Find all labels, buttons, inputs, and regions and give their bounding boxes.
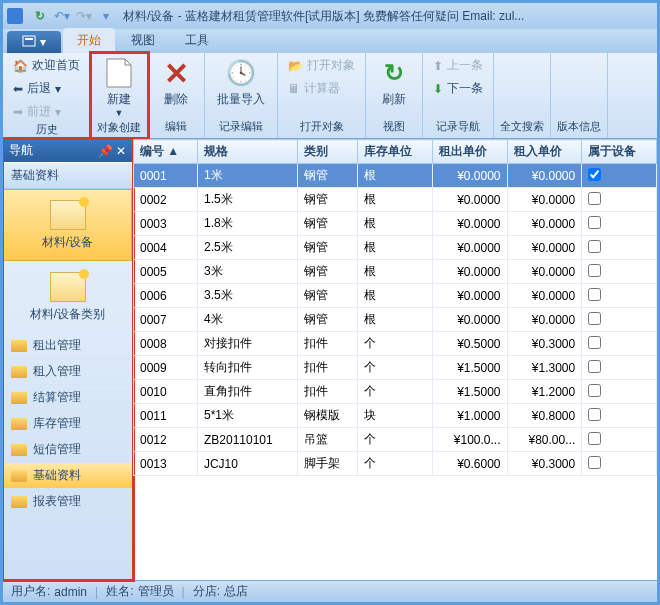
equip-checkbox[interactable] [588, 192, 601, 205]
equip-checkbox[interactable] [588, 240, 601, 253]
nav-material-category[interactable]: 材料/设备类别 [3, 261, 132, 333]
table-row[interactable]: 00031.8米钢管根¥0.0000¥0.0000 [134, 212, 657, 236]
nav-item-6[interactable]: 报表管理 [3, 489, 132, 515]
folder-icon [11, 366, 27, 378]
app-icon [7, 8, 23, 24]
equip-checkbox[interactable] [588, 288, 601, 301]
category-icon [50, 272, 86, 302]
table-row[interactable]: 0010直角扣件扣件个¥1.5000¥1.2000 [134, 380, 657, 404]
group-version: 版本信息 [551, 53, 608, 138]
nav-header: 导航 📌 ✕ [3, 139, 132, 162]
table-row[interactable]: 00115*1米钢模版块¥1.0000¥0.8000 [134, 404, 657, 428]
equip-checkbox[interactable] [588, 264, 601, 277]
tab-tools[interactable]: 工具 [171, 28, 223, 53]
table-row[interactable]: 0013JCJ10脚手架个¥0.6000¥0.3000 [134, 452, 657, 476]
table-row[interactable]: 00021.5米钢管根¥0.0000¥0.0000 [134, 188, 657, 212]
nav-item-3[interactable]: 库存管理 [3, 411, 132, 437]
col-header[interactable]: 属于设备 [582, 140, 657, 164]
back-button[interactable]: ⬅ 后退 ▾ [9, 78, 84, 99]
equip-checkbox[interactable] [588, 216, 601, 229]
table-row[interactable]: 00074米钢管根¥0.0000¥0.0000 [134, 308, 657, 332]
table-row[interactable]: 0009转向扣件扣件个¥1.5000¥1.3000 [134, 356, 657, 380]
group-edit: ✕ 删除 编辑 [148, 53, 205, 138]
col-header[interactable]: 租出单价 [432, 140, 507, 164]
data-grid[interactable]: 编号 ▲规格类别库存单位租出单价租入单价属于设备 00011米钢管根¥0.000… [133, 139, 657, 580]
status-bar: 用户名: admin | 姓名: 管理员 | 分店: 总店 [3, 580, 657, 602]
folder-icon [11, 444, 27, 456]
refresh-icon: ↻ [378, 57, 410, 89]
qat-refresh-icon[interactable]: ↻ [31, 7, 49, 25]
table-row[interactable]: 0008对接扣件扣件个¥0.5000¥0.3000 [134, 332, 657, 356]
svg-rect-0 [23, 36, 35, 46]
new-icon [103, 57, 135, 89]
table-row[interactable]: 00063.5米钢管根¥0.0000¥0.0000 [134, 284, 657, 308]
table-row[interactable]: 00011米钢管根¥0.0000¥0.0000 [134, 164, 657, 188]
nav-item-0[interactable]: 租出管理 [3, 333, 132, 359]
open-object-button[interactable]: 📂 打开对象 [284, 55, 359, 76]
nav-item-5[interactable]: 基础资料 [3, 463, 132, 489]
col-header[interactable]: 编号 ▲ [134, 140, 198, 164]
equip-checkbox[interactable] [588, 336, 601, 349]
new-button[interactable]: 新建▼ [97, 55, 141, 120]
equip-checkbox[interactable] [588, 384, 601, 397]
import-icon: 🕓 [225, 57, 257, 89]
equip-checkbox[interactable] [588, 360, 601, 373]
equip-checkbox[interactable] [588, 432, 601, 445]
col-header[interactable]: 租入单价 [507, 140, 582, 164]
group-open: 📂 打开对象 🖩 计算器 打开对象 [278, 53, 366, 138]
folder-icon [11, 340, 27, 352]
equip-checkbox[interactable] [588, 312, 601, 325]
refresh-button[interactable]: ↻ 刷新 [372, 55, 416, 110]
tab-start[interactable]: 开始 [63, 28, 115, 53]
group-search: 全文搜索 [494, 53, 551, 138]
delete-icon: ✕ [160, 57, 192, 89]
prev-record-button[interactable]: ⬆ 上一条 [429, 55, 487, 76]
window-title: 材料/设备 - 蓝格建材租赁管理软件[试用版本] 免费解答任何疑问 Email:… [123, 8, 524, 25]
table-row[interactable]: 00053米钢管根¥0.0000¥0.0000 [134, 260, 657, 284]
qat-redo-icon[interactable]: ↷▾ [75, 7, 93, 25]
nav-item-4[interactable]: 短信管理 [3, 437, 132, 463]
folder-icon [11, 496, 27, 508]
equip-checkbox[interactable] [588, 408, 601, 421]
forward-button[interactable]: ➡ 前进 ▾ [9, 101, 84, 122]
group-view: ↻ 刷新 视图 [366, 53, 423, 138]
ribbon: 🏠 欢迎首页 ⬅ 后退 ▾ ➡ 前进 ▾ 历史 新建▼ 对象创建 ✕ 删除 编辑… [3, 53, 657, 139]
pin-icon[interactable]: 📌 ✕ [98, 144, 126, 158]
col-header[interactable]: 库存单位 [358, 140, 433, 164]
titlebar: ↻ ↶▾ ↷▾ ▾ 材料/设备 - 蓝格建材租赁管理软件[试用版本] 免费解答任… [3, 3, 657, 29]
folder-icon [11, 418, 27, 430]
group-record-nav: ⬆ 上一条 ⬇ 下一条 记录导航 [423, 53, 494, 138]
home-button[interactable]: 🏠 欢迎首页 [9, 55, 84, 76]
batch-import-button[interactable]: 🕓 批量导入 [211, 55, 271, 110]
folder-icon [11, 470, 27, 482]
group-create: 新建▼ 对象创建 [91, 53, 148, 138]
nav-material-equip[interactable]: 材料/设备 [3, 189, 132, 261]
material-icon [50, 200, 86, 230]
table-row[interactable]: 0012ZB20110101吊篮个¥100.0...¥80.00... [134, 428, 657, 452]
col-header[interactable]: 规格 [197, 140, 297, 164]
nav-item-1[interactable]: 租入管理 [3, 359, 132, 385]
svg-rect-1 [25, 38, 33, 40]
equip-checkbox[interactable] [588, 168, 601, 181]
group-history: 🏠 欢迎首页 ⬅ 后退 ▾ ➡ 前进 ▾ 历史 [3, 53, 91, 138]
nav-item-2[interactable]: 结算管理 [3, 385, 132, 411]
group-record-edit: 🕓 批量导入 记录编辑 [205, 53, 278, 138]
ribbon-tabs: ▾ 开始 视图 工具 [3, 29, 657, 53]
equip-checkbox[interactable] [588, 456, 601, 469]
calculator-button[interactable]: 🖩 计算器 [284, 78, 359, 99]
qat-more-icon[interactable]: ▾ [97, 7, 115, 25]
tab-view[interactable]: 视图 [117, 28, 169, 53]
nav-panel: 导航 📌 ✕ 基础资料 材料/设备 材料/设备类别 租出管理租入管理结算管理库存… [3, 139, 133, 580]
qat-undo-icon[interactable]: ↶▾ [53, 7, 71, 25]
nav-section-basic[interactable]: 基础资料 [3, 162, 132, 189]
col-header[interactable]: 类别 [298, 140, 358, 164]
app-menu-button[interactable]: ▾ [7, 31, 61, 53]
table-row[interactable]: 00042.5米钢管根¥0.0000¥0.0000 [134, 236, 657, 260]
folder-icon [11, 392, 27, 404]
quick-access: ↻ ↶▾ ↷▾ ▾ [31, 7, 115, 25]
next-record-button[interactable]: ⬇ 下一条 [429, 78, 487, 99]
delete-button[interactable]: ✕ 删除 [154, 55, 198, 110]
